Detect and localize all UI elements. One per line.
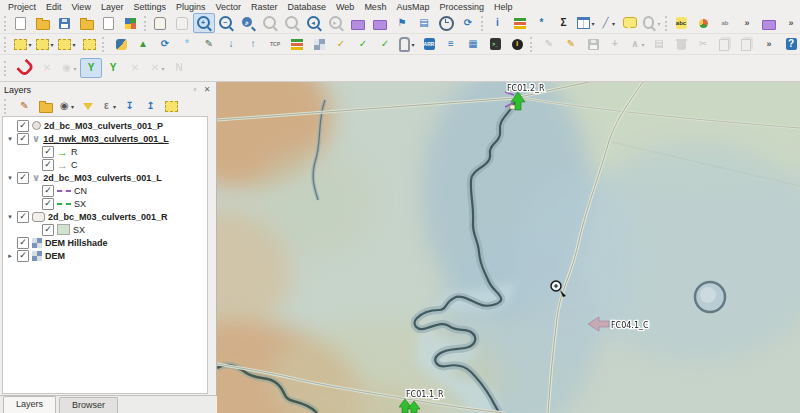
map-tips-icon[interactable]: [619, 13, 641, 33]
zoom-in-icon[interactable]: +: [193, 13, 215, 33]
layer-visibility-checkbox[interactable]: ✓: [42, 146, 54, 158]
toolbar-handle[interactable]: [665, 16, 668, 31]
layer-item-c[interactable]: ✓→C: [3, 158, 207, 171]
toggle-editing-icon[interactable]: ✎: [560, 34, 582, 54]
zoom-to-selection-icon[interactable]: [259, 13, 281, 33]
expand-all-icon[interactable]: ↧: [119, 97, 140, 115]
temporal-controller-icon[interactable]: [435, 13, 457, 33]
layer-item-2d-bc-m03-culverts-001-r[interactable]: ▾✓2d_bc_M03_culverts_001_R: [3, 210, 207, 223]
layer-visibility-checkbox[interactable]: ✓: [17, 250, 29, 262]
select-by-form-icon[interactable]: ▾: [34, 34, 56, 54]
new-bookmark-icon[interactable]: ⚑: [391, 13, 413, 33]
menu-raster[interactable]: Raster: [246, 1, 283, 13]
tracing-icon[interactable]: ◉▾: [58, 58, 80, 78]
select-by-expression-icon-dropdown[interactable]: ▾: [72, 41, 75, 48]
filter-expression-icon[interactable]: ε▾: [98, 97, 119, 115]
digitize-globe-icon[interactable]: ✎: [198, 34, 220, 54]
menu-settings[interactable]: Settings: [128, 1, 171, 13]
toolbar-handle[interactable]: [481, 16, 484, 31]
copy-features-icon[interactable]: [714, 34, 736, 54]
toolbar-overflow-icon[interactable]: »: [736, 13, 758, 33]
menu-mesh[interactable]: Mesh: [359, 1, 391, 13]
check-run-icon[interactable]: ✓: [374, 34, 396, 54]
metadata-info-icon[interactable]: i: [506, 34, 528, 54]
console-window-icon[interactable]: >_: [484, 34, 506, 54]
menu-edit[interactable]: Edit: [41, 1, 67, 13]
menu-view[interactable]: View: [67, 1, 96, 13]
toolbar-handle[interactable]: [4, 37, 9, 52]
layer-label[interactable]: DEM Hillshade: [45, 238, 108, 248]
zoom-out-icon[interactable]: −: [215, 13, 237, 33]
menu-database[interactable]: Database: [283, 1, 332, 13]
menu-web[interactable]: Web: [331, 1, 359, 13]
layer-visibility-checkbox[interactable]: ✓: [17, 133, 29, 145]
zoom-next-icon[interactable]: ▸: [325, 13, 347, 33]
zoom-full-extent-icon[interactable]: ⌕: [237, 13, 259, 33]
label-toolbar-icon[interactable]: abc: [670, 13, 692, 33]
current-edits-icon[interactable]: ✎: [538, 34, 560, 54]
layer-label[interactable]: SX: [73, 225, 85, 235]
label-pin-icon[interactable]: [692, 13, 714, 33]
menu-project[interactable]: Project: [3, 1, 41, 13]
menu-help[interactable]: Help: [489, 1, 518, 13]
toolbar-handle[interactable]: [530, 37, 535, 52]
tuflow-node-tool-icon[interactable]: Y: [80, 58, 102, 78]
deselect-features-icon[interactable]: [78, 34, 100, 54]
expander-icon[interactable]: ▾: [6, 174, 14, 182]
open-project-icon[interactable]: [32, 13, 54, 33]
statistics-summary-icon[interactable]: Σ: [553, 13, 575, 33]
attachment-icon[interactable]: ▾: [396, 34, 418, 54]
select-features-icon-dropdown[interactable]: ▾: [28, 41, 31, 48]
measure-icon[interactable]: ╱▾: [597, 13, 619, 33]
check-inputs-icon[interactable]: ✓: [352, 34, 374, 54]
layer-visibility-checkbox[interactable]: ✓: [42, 159, 54, 171]
pan-map-icon[interactable]: [149, 13, 171, 33]
move-label-icon[interactable]: ab: [714, 13, 736, 33]
layer-item-2d-bc-m03-culverts-001-l[interactable]: ▾✓∨2d_bc_M03_culverts_001_L: [3, 171, 207, 184]
save-project-as-icon[interactable]: [76, 13, 98, 33]
merge-features-icon-dropdown[interactable]: ▾: [161, 65, 164, 72]
arr-tool-icon[interactable]: ARR: [418, 34, 440, 54]
layer-label[interactable]: DEM: [45, 251, 65, 261]
toolbar-handle[interactable]: [4, 61, 11, 76]
layer-visibility-checkbox[interactable]: ✓: [17, 237, 29, 249]
layer-item-dem[interactable]: ▸✓DEM: [3, 249, 207, 262]
layer-visibility-checkbox[interactable]: ✓: [17, 211, 29, 223]
grid-tool-icon[interactable]: ▦: [462, 34, 484, 54]
panel-close-icon[interactable]: ✕: [202, 85, 212, 95]
grass-tools-icon[interactable]: ▲: [132, 34, 154, 54]
layer-label[interactable]: C: [71, 160, 78, 170]
show-bookmarks-icon[interactable]: ▤: [413, 13, 435, 33]
layer-visibility-checkbox[interactable]: ✓: [17, 172, 29, 184]
delete-selected-icon[interactable]: [670, 34, 692, 54]
add-feature-icon[interactable]: +: [604, 34, 626, 54]
expander-icon[interactable]: ▾: [6, 135, 14, 143]
vertex-tool-icon-dropdown[interactable]: ▾: [641, 41, 644, 48]
filter-expression-icon-dropdown[interactable]: ▾: [113, 103, 116, 110]
export-layer-icon[interactable]: ↑: [242, 34, 264, 54]
layer-item-r[interactable]: ✓→R: [3, 145, 207, 158]
report-icon[interactable]: ≡: [440, 34, 462, 54]
add-group-icon[interactable]: [35, 97, 56, 115]
expander-icon[interactable]: ▸: [6, 252, 14, 260]
import-layer-icon[interactable]: ↓: [220, 34, 242, 54]
toolbar-overflow2-icon[interactable]: »: [780, 13, 800, 33]
help-icon[interactable]: ?: [780, 34, 800, 54]
save-edits-icon[interactable]: [582, 34, 604, 54]
tuflow-branch-tool-icon[interactable]: Y: [102, 58, 124, 78]
layer-item-2d-bc-m03-culverts-001-p[interactable]: ✓2d_bc_M03_culverts_001_P: [3, 119, 207, 132]
layer-visibility-checkbox[interactable]: ✓: [42, 198, 54, 210]
layer-label[interactable]: R: [71, 147, 78, 157]
layer-label[interactable]: 2d_bc_M03_culverts_001_L: [43, 173, 162, 183]
new-3d-map-view-icon[interactable]: [369, 13, 391, 33]
locator-search-icon[interactable]: ▾: [641, 13, 663, 33]
layer-label[interactable]: CN: [74, 186, 87, 196]
collapse-all-icon[interactable]: ↥: [140, 97, 161, 115]
cut-features-icon[interactable]: ✂: [692, 34, 714, 54]
panel-undock-icon[interactable]: ▫: [190, 85, 200, 95]
merge-features-icon[interactable]: ✕▾: [146, 58, 168, 78]
layer-item-cn[interactable]: ✓CN: [3, 184, 207, 197]
stack-layers-icon[interactable]: [286, 34, 308, 54]
select-by-form-icon-dropdown[interactable]: ▾: [50, 41, 53, 48]
pan-to-selection-icon[interactable]: [171, 13, 193, 33]
